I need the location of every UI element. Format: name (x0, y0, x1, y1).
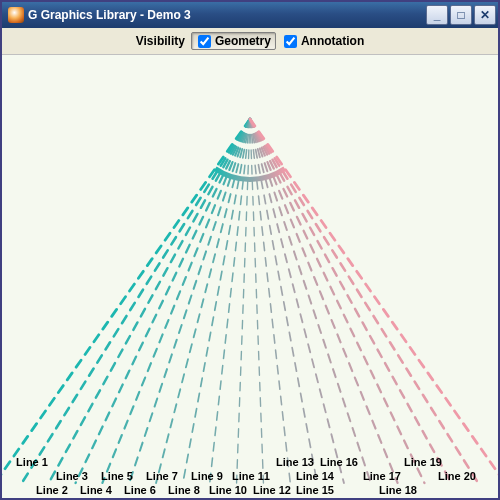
line-label: Line 3 (56, 470, 88, 482)
drawing-canvas: Line 1Line 2Line 3Line 4Line 5Line 6Line… (2, 55, 498, 498)
annotation-checkbox[interactable] (284, 35, 297, 48)
java-icon (8, 7, 24, 23)
line-label: Line 14 (296, 470, 334, 482)
line-label: Line 19 (404, 456, 442, 468)
line-label: Line 8 (168, 484, 200, 496)
line-label: Line 18 (379, 484, 417, 496)
line-label: Line 17 (363, 470, 401, 482)
line-label: Line 7 (146, 470, 178, 482)
toolbar: Visibility Geometry Annotation (2, 28, 498, 55)
app-window: G Graphics Library - Demo 3 _ □ ✕ Visibi… (0, 0, 500, 500)
line-label: Line 1 (16, 456, 48, 468)
line-label: Line 12 (253, 484, 291, 496)
svg-line-14 (250, 119, 371, 483)
titlebar[interactable]: G Graphics Library - Demo 3 _ □ ✕ (2, 2, 498, 28)
geometry-toggle[interactable]: Geometry (191, 32, 276, 50)
geometry-checkbox[interactable] (198, 35, 211, 48)
fan-graphic (2, 55, 498, 498)
line-label: Line 15 (296, 484, 334, 496)
line-label: Line 6 (124, 484, 156, 496)
svg-line-5 (129, 119, 250, 483)
line-label: Line 16 (320, 456, 358, 468)
annotation-toggle[interactable]: Annotation (282, 34, 364, 48)
minimize-button[interactable]: _ (426, 5, 448, 25)
maximize-button[interactable]: □ (450, 5, 472, 25)
line-label: Line 5 (101, 470, 133, 482)
line-label: Line 10 (209, 484, 247, 496)
svg-line-19 (250, 119, 498, 483)
line-label: Line 11 (232, 470, 270, 482)
line-label: Line 9 (191, 470, 223, 482)
line-label: Line 4 (80, 484, 112, 496)
annotation-toggle-label: Annotation (301, 34, 364, 48)
line-label: Line 20 (438, 470, 476, 482)
svg-line-0 (2, 119, 250, 483)
geometry-toggle-label: Geometry (215, 34, 271, 48)
line-label: Line 2 (36, 484, 68, 496)
line-label: Line 13 (276, 456, 314, 468)
svg-line-6 (156, 119, 250, 483)
svg-line-13 (250, 119, 344, 483)
close-button[interactable]: ✕ (474, 5, 496, 25)
visibility-label: Visibility (136, 34, 185, 48)
window-title: G Graphics Library - Demo 3 (28, 8, 424, 22)
